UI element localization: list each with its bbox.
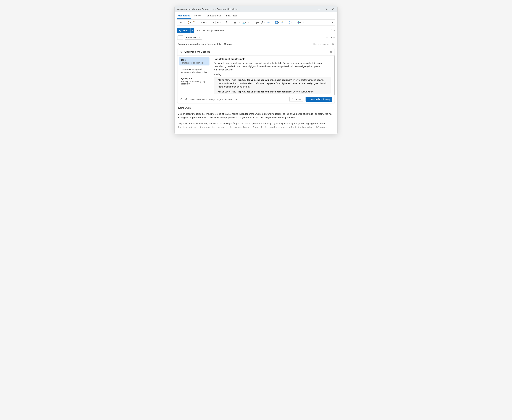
attach-button[interactable]: ▾ <box>255 21 260 24</box>
to-button[interactable]: Til <box>177 36 183 40</box>
svg-point-21 <box>292 99 293 99</box>
copilot-paragraph: Din aktuelle tone er professionel og vis… <box>214 61 331 71</box>
svg-point-8 <box>276 22 276 22</box>
more-formatting[interactable]: ⋯ <box>247 21 251 24</box>
suggestion-list: Mailen starter med "Hej Jun. Jeg vil ger… <box>214 77 331 94</box>
draft-saved-status: Kladde er gemt kl. 11:00 <box>313 43 334 45</box>
chevron-down-icon: ▾ <box>300 22 301 23</box>
chevron-down-icon: ▾ <box>190 22 191 23</box>
paste-button[interactable]: ▾ <box>186 21 192 24</box>
apps-button[interactable]: ▾ <box>275 21 279 24</box>
sidebar-item-label: Læserens synspunkt <box>181 68 208 70</box>
recipient-name: Gwen Jones <box>186 36 198 39</box>
copilot-sidebar: Tone For afslappet og uformelt Læserens … <box>178 55 211 95</box>
send-icon <box>179 29 182 32</box>
signature-button[interactable]: ▾ <box>266 21 271 24</box>
svg-rect-1 <box>325 9 326 10</box>
font-name-value: Calibri <box>201 21 207 24</box>
compose-window: Ansøgning om rollen som Designer II hos … <box>174 6 338 134</box>
apply-label: Anvend alle forslag <box>311 98 330 100</box>
subject-field[interactable]: Ansøgning om rollen som Designer II hos … <box>178 43 313 45</box>
tab-message[interactable]: Meddelelse <box>177 13 191 19</box>
recipients-row: Til Gwen Jones ✕ Cc Bcc <box>177 35 335 41</box>
subject-row: Ansøgning om rollen som Designer II hos … <box>177 41 335 48</box>
svg-rect-5 <box>188 21 189 22</box>
tab-options[interactable]: Indstillinger <box>225 13 238 19</box>
ai-disclaimer: Indhold genereret af kunstig intelligens… <box>190 98 238 100</box>
body-greeting: Kære Gwen. <box>178 106 334 110</box>
svg-point-15 <box>297 22 300 23</box>
editor-button[interactable]: ▾ <box>288 21 293 24</box>
sliders-icon <box>292 98 294 100</box>
dictate-button[interactable] <box>280 21 284 24</box>
compose-area: Send ▾ Fra: katri.0487@outlook.com ▾ ▾ T… <box>175 26 337 134</box>
send-options-button[interactable]: ▾ <box>190 28 194 33</box>
sparkle-icon <box>308 98 310 100</box>
window-title: Ansøgning om rollen som Designer II hos … <box>177 8 315 10</box>
ribbon-collapse-chevron[interactable]: ▾ <box>331 21 334 24</box>
adjust-label: Juster <box>295 98 301 100</box>
font-size-value: 11 <box>217 21 219 24</box>
copilot-close-button[interactable]: ✕ <box>330 50 332 53</box>
sidebar-item-reader[interactable]: Læserens synspunkt Mangler energi og beg… <box>179 66 209 75</box>
undo-button[interactable]: ▾ <box>178 21 183 24</box>
link-button[interactable]: ▾ <box>260 21 265 24</box>
remove-recipient-icon[interactable]: ✕ <box>199 36 201 39</box>
apply-all-button[interactable]: Anvend alle forslag <box>306 97 332 102</box>
format-painter-button[interactable] <box>192 21 196 24</box>
tab-format[interactable]: Formatere tekst <box>205 13 222 19</box>
thumbs-down-button[interactable] <box>185 98 187 101</box>
adjust-button[interactable]: Juster <box>289 97 303 102</box>
minimize-button[interactable] <box>315 6 322 12</box>
svg-rect-7 <box>275 22 278 23</box>
svg-point-9 <box>277 22 277 22</box>
email-body[interactable]: Kære Gwen. Jeg er designmedarbejder med … <box>177 105 335 134</box>
copilot-button[interactable]: ▾ <box>297 21 302 24</box>
sidebar-item-label: Tone <box>181 59 208 61</box>
maximize-button[interactable] <box>322 6 329 12</box>
chevron-down-icon: ▾ <box>245 22 246 23</box>
chevron-down-icon: ▾ <box>220 22 221 23</box>
svg-rect-12 <box>282 22 282 23</box>
font-family-select[interactable]: Calibri ▾ <box>200 21 215 24</box>
send-label: Send <box>183 29 188 32</box>
from-selector[interactable]: Fra: katri.0487@outlook.com ▾ <box>196 29 226 32</box>
cc-button[interactable]: Cc <box>325 36 328 39</box>
underline-button[interactable]: U <box>233 21 237 24</box>
sidebar-item-sub: Har brug for flere detaljer og specifici… <box>181 80 208 85</box>
copilot-header: Coaching fra Copilot ✕ <box>178 48 334 55</box>
svg-point-23 <box>293 100 293 100</box>
highlight-button[interactable]: ▾ <box>242 21 247 24</box>
bcc-button[interactable]: Bcc <box>331 36 335 39</box>
svg-point-10 <box>276 23 276 23</box>
send-row: Send ▾ Fra: katri.0487@outlook.com ▾ ▾ <box>177 28 335 35</box>
magnify-icon <box>330 29 333 32</box>
close-button[interactable] <box>329 6 336 12</box>
send-button[interactable]: Send ▾ <box>177 28 194 33</box>
tab-insert[interactable]: Indsæt <box>194 13 202 19</box>
chevron-down-icon: ▾ <box>181 22 182 23</box>
overflow-button[interactable]: ⋯ <box>302 21 306 24</box>
copilot-coach-icon <box>180 50 183 53</box>
recipient-chip[interactable]: Gwen Jones ✕ <box>185 36 202 39</box>
strikethrough-button[interactable]: S <box>237 21 241 24</box>
chevron-down-icon: ▾ <box>213 22 214 23</box>
zoom-control[interactable]: ▾ <box>330 29 335 32</box>
bold-button[interactable]: B <box>225 21 228 24</box>
copilot-title: Coaching fra Copilot <box>184 50 210 53</box>
svg-point-11 <box>277 23 277 23</box>
titlebar: Ansøgning om rollen som Designer II hos … <box>175 6 337 12</box>
from-email: katri.0487@outlook.com <box>202 29 224 32</box>
font-size-select[interactable]: 11 ▾ <box>216 21 224 24</box>
chevron-down-icon: ▾ <box>278 22 279 23</box>
sidebar-item-clarity[interactable]: Tydelighed Har brug for flere detaljer o… <box>179 76 209 86</box>
formatting-toolbar: ▾ ▾ Calibri ▾ 11 ▾ B I U <box>176 19 336 25</box>
thumbs-up-button[interactable] <box>180 98 183 101</box>
suggestion-item: Mailen starter med "Hej Jun. Jeg vil ger… <box>218 90 328 93</box>
chevron-down-icon: ▾ <box>258 22 259 23</box>
italic-button[interactable]: I <box>229 21 233 24</box>
svg-rect-4 <box>188 22 189 23</box>
sidebar-item-tone[interactable]: Tone For afslappet og uformelt <box>179 57 209 66</box>
sidebar-item-sub: Mangler energi og begejstring <box>181 71 208 73</box>
svg-point-13 <box>282 21 283 22</box>
